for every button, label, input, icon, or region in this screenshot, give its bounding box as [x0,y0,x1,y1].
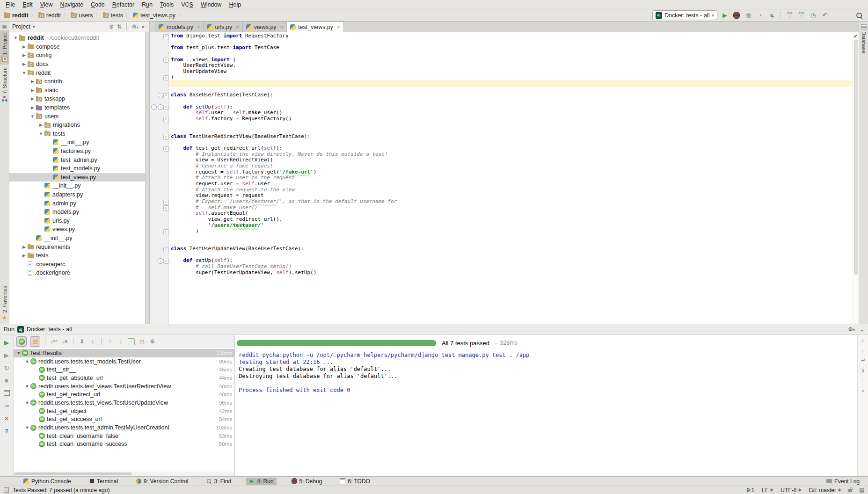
editor-tab-views.py[interactable]: views.py× [242,22,287,32]
close-icon[interactable]: × [236,24,239,30]
chevron-down-icon[interactable]: ▾ [33,24,35,29]
expand-arrow-icon[interactable]: ▶ [21,245,28,249]
status-widget-lf[interactable]: LF [762,487,773,494]
expand-arrow-icon[interactable]: ▶ [21,53,28,58]
collapse-arrow-icon[interactable]: ▼ [15,351,22,356]
tree-item-models.py[interactable]: models.py [9,208,149,217]
run-config-select[interactable]: dj Docker: tests - all ▾ [652,10,717,20]
expand-arrow-icon[interactable]: ▶ [37,123,44,127]
gear-icon[interactable]: ⚙▾ [848,326,855,333]
editor-tab-test_views.py[interactable]: test_views.py× [286,22,343,32]
tree-item-taskapp[interactable]: ▶taskapp [9,94,149,103]
status-widget-icon[interactable] [4,487,9,493]
status-message[interactable]: Tests Passed: 7 passed (a minute ago) [13,487,109,494]
expand-arrow-icon[interactable]: ▶ [29,88,36,93]
code-line-34[interactable]: ) [169,228,853,234]
code-line-29[interactable]: # Expect: '/users/testuser/', as that is… [169,199,853,205]
menu-navigate[interactable]: Navigate [57,1,87,8]
up-the-stack-trace-icon[interactable]: ↑ [861,338,864,343]
tree-item-__init__.py[interactable]: __init__.py [9,182,149,190]
code-line-41[interactable]: super(TestUserUpdateView, self).setUp() [169,270,853,276]
code-line-4[interactable] [169,51,853,57]
code-line-15[interactable]: self.factory = RequestFactory() [169,116,853,122]
toolwindow-button-terminal[interactable]: Terminal [86,478,121,485]
tree-item-templates[interactable]: ▶templates [9,103,149,112]
undo-icon[interactable]: ↶ [821,11,829,20]
test-item-test_clean_username_success[interactable]: OKtest_clean_username_success50ms [14,440,234,449]
stripe-tab-2-favorites[interactable]: 2: Favorites★ [0,283,9,324]
next-failed-icon[interactable]: ↓ [117,338,124,345]
restore-layout-icon[interactable] [3,389,10,397]
collapse-arrow-icon[interactable]: ▼ [24,384,30,389]
code-line-3[interactable]: from test_plus.test import TestCase [169,45,853,51]
toolwindow-button-python-console[interactable]: Python Console [21,478,74,485]
overridden-method-icon[interactable]: ↓ [158,104,163,110]
toolwindow-button-6-todo[interactable]: 6: TODO [337,478,373,485]
export-test-results-icon[interactable]: ↑ [128,338,135,345]
fold-marker-icon[interactable]: ∧ [163,229,168,234]
tree-item-adapters.py[interactable]: adapters.py [9,190,149,199]
test-item-test_get_redirect_url[interactable]: OKtest_get_redirect_url40ms [14,390,234,399]
running-list-icon[interactable]: ≡ [767,11,776,20]
collapse-all-icon[interactable]: ↕ [89,338,96,345]
menu-view[interactable]: View [36,1,57,8]
test-item-test__str__[interactable]: OKtest__str__45ms [14,365,234,374]
tree-item-test_models.py[interactable]: test_models.py [9,164,149,173]
code-line-5[interactable]: from ..views import ( [169,57,853,63]
menu-help[interactable]: Help [225,1,245,8]
test-item-test_get_object[interactable]: OKtest_get_object42ms [14,407,234,415]
code-line-9[interactable] [169,80,853,87]
inspections-ok-icon[interactable]: ✔ [853,33,858,39]
code-line-35[interactable] [169,234,853,240]
hide-panel-icon[interactable]: ⌄ [860,326,864,333]
test-history-icon[interactable]: ◷ [138,338,146,345]
locate-file-icon[interactable]: ⊕ [109,23,114,30]
tree-item-users[interactable]: ▼users [9,112,149,121]
expand-arrow-icon[interactable]: ▶ [21,62,28,66]
fold-marker-icon[interactable]: ∧ [163,205,168,211]
code-line-30[interactable]: # self.make_user() [169,205,853,211]
test-item-test_get_absolute_url[interactable]: OKtest_get_absolute_url44ms [14,374,234,382]
tree-item-static[interactable]: ▶static [9,86,149,95]
sort-alphabetically-icon[interactable]: ↓ᵃᶻ [50,338,58,345]
fold-marker-icon[interactable]: ∧ [163,75,168,80]
code-line-37[interactable]: class TestUserUpdateView(BaseUserTestCas… [169,246,853,252]
code-line-27[interactable]: # Attach the request to the view [169,187,853,193]
test-item-reddit.users.tests.test_views.TestUserUpdateView[interactable]: ▼OKreddit.users.tests.test_views.TestUse… [14,399,234,407]
close-icon[interactable]: × [337,24,340,30]
gear-icon[interactable]: ⚙▾ [131,23,139,30]
tree-item-migrations[interactable]: ▶migrations [9,121,149,130]
tree-item-contrib[interactable]: ▶contrib [9,77,149,86]
expand-arrow-icon[interactable]: ▶ [21,44,28,49]
tree-item-.dockerignore[interactable]: .dockerignore [9,269,149,277]
close-icon[interactable]: × [280,24,283,30]
status-widget-9-1[interactable]: 9:1 [747,487,755,494]
toolwindow-button-5-debug[interactable]: 5: Debug [289,478,325,485]
menu-code[interactable]: Code [87,1,109,8]
test-item-reddit.users.tests.test_models.TestUser[interactable]: ▼OKreddit.users.tests.test_models.TestUs… [14,357,234,366]
toolwindow-button-event-log[interactable]: Event Log [824,478,862,485]
editor-tab-urls.py[interactable]: urls.py× [203,22,242,32]
scrollbar-thumb[interactable] [15,472,131,475]
collapse-arrow-icon[interactable]: ▼ [12,36,19,40]
fold-marker-icon[interactable]: ∨ [163,105,168,110]
code-line-11[interactable]: class BaseUserTestCase(TestCase): [169,92,853,98]
tree-item-urls.py[interactable]: urls.py [9,216,149,225]
code-line-25[interactable]: # Attach the user to the request [169,175,853,181]
expand-arrow-icon[interactable]: ▶ [29,96,36,101]
overriding-method-icon[interactable]: ↑ [151,104,157,110]
status-widget-git-master[interactable]: Git: master [809,487,841,494]
code-area[interactable]: from django.test import RequestFactoryfr… [169,32,853,324]
tree-item-__init__.py[interactable]: __init__.py [9,234,149,243]
tree-item-tests[interactable]: ▶tests [9,251,149,260]
test-item-reddit.users.tests.test_views.TestUserRedirectView[interactable]: ▼OKreddit.users.tests.test_views.TestUse… [14,382,234,391]
collapse-arrow-icon[interactable]: ▼ [24,359,30,364]
fold-marker-icon[interactable]: ∨ [163,247,168,252]
horizontal-scrollbar[interactable] [14,472,234,476]
rerun-tests-icon[interactable]: ▶ [3,339,10,346]
menu-tools[interactable]: Tools [156,1,177,8]
clear-all-icon[interactable]: × [861,388,864,393]
menu-vcs[interactable]: VCS [177,1,197,8]
run-icon[interactable]: ▶ [721,11,729,20]
tree-item-config[interactable]: ▶config [9,51,149,60]
